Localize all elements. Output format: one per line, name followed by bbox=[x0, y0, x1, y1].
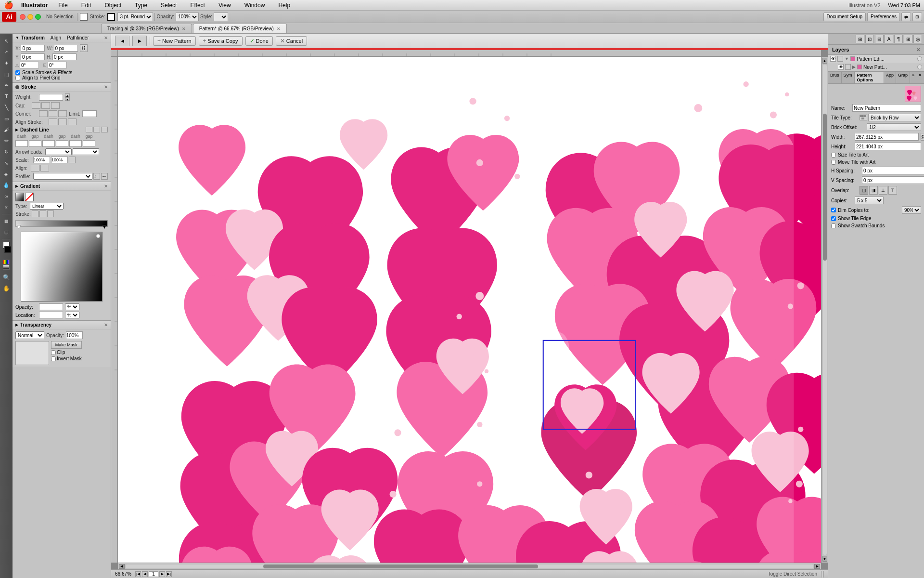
po-show-edge-checkbox[interactable] bbox=[831, 216, 836, 221]
menu-view[interactable]: View bbox=[216, 1, 234, 10]
cap-round[interactable] bbox=[41, 102, 50, 109]
po-name-input[interactable] bbox=[852, 104, 921, 112]
scale-link[interactable] bbox=[69, 157, 76, 163]
menu-object[interactable]: Object bbox=[102, 1, 124, 10]
stroke-grad-2[interactable] bbox=[39, 210, 46, 217]
layer-visibility-1[interactable]: 👁 bbox=[830, 56, 836, 62]
menu-edit[interactable]: Edit bbox=[78, 1, 94, 10]
stroke-color[interactable] bbox=[4, 246, 11, 253]
menu-effect[interactable]: Effect bbox=[187, 1, 207, 10]
traffic-lights[interactable] bbox=[20, 14, 41, 20]
hscroll-thumb[interactable] bbox=[263, 565, 539, 568]
hscroll-track[interactable] bbox=[126, 565, 813, 568]
blend-tool[interactable]: ∞ bbox=[1, 191, 12, 201]
stroke-grad-1[interactable] bbox=[32, 210, 38, 217]
gradient-type[interactable]: LinearRadial bbox=[30, 203, 64, 210]
profile-select[interactable] bbox=[33, 173, 92, 180]
arrowhead-end[interactable] bbox=[73, 148, 99, 155]
prev-page2[interactable]: ◀ bbox=[142, 571, 148, 577]
lasso-tool[interactable]: ⬚ bbox=[1, 69, 12, 79]
make-mask-button[interactable]: Make Mask bbox=[51, 341, 82, 349]
po-dim-checkbox[interactable] bbox=[831, 208, 836, 212]
pattern-nav-left[interactable]: ◀ bbox=[115, 36, 129, 46]
vscroll-track[interactable] bbox=[823, 65, 827, 555]
transform-rotate[interactable] bbox=[20, 62, 39, 68]
po-tab-app[interactable]: App bbox=[884, 72, 896, 83]
zoom-tool[interactable]: 🔍 bbox=[1, 272, 12, 283]
right-icon-5[interactable]: ¶ bbox=[894, 35, 903, 43]
symbol-tool[interactable]: ※ bbox=[1, 202, 12, 212]
align-inside[interactable] bbox=[58, 118, 67, 125]
transform-w[interactable] bbox=[54, 45, 78, 52]
po-expand[interactable]: » bbox=[910, 72, 916, 83]
line-tool[interactable]: ╲ bbox=[1, 102, 12, 113]
next-page[interactable]: ▶ bbox=[159, 571, 165, 577]
arrowhead-scale-end[interactable] bbox=[51, 157, 68, 163]
doc-setup-button[interactable]: Document Setup bbox=[823, 13, 866, 21]
stroke-box[interactable] bbox=[107, 13, 115, 21]
po-vspacing-input[interactable] bbox=[862, 176, 924, 184]
last-page[interactable]: ▶| bbox=[166, 571, 172, 577]
new-pattern-button[interactable]: + New Pattern bbox=[153, 36, 196, 46]
right-icon-2[interactable]: ⊡ bbox=[865, 35, 874, 43]
gradient-stop-left[interactable] bbox=[17, 225, 21, 229]
align-tip[interactable] bbox=[31, 165, 39, 171]
grad-opacity-unit[interactable]: % bbox=[65, 303, 79, 310]
transform-panel-header[interactable]: ▼ Transform Align Pathfinder ✕ bbox=[13, 34, 111, 42]
hscroll-right[interactable]: ▶ bbox=[814, 564, 820, 569]
right-icon-3[interactable]: ⊟ bbox=[875, 35, 884, 43]
transparency-header[interactable]: ▶ Transparency ✕ bbox=[13, 321, 111, 329]
profile-flip-v[interactable]: ↕ bbox=[93, 173, 100, 180]
right-icon-6[interactable]: ⊞ bbox=[904, 35, 912, 43]
align-tab[interactable]: Align bbox=[51, 35, 61, 40]
blend-mode[interactable]: Normal bbox=[15, 331, 44, 339]
pattern-nav-right[interactable]: ▶ bbox=[132, 36, 147, 46]
white-canvas[interactable]: .h-dark { fill: #e0006a; } .h-mid { fill… bbox=[118, 57, 821, 563]
corner-round[interactable] bbox=[49, 110, 57, 117]
canvas-with-rulers[interactable]: .h-dark { fill: #e0006a; } .h-mid { fill… bbox=[111, 50, 828, 569]
po-overlap-4[interactable]: ⊤ bbox=[888, 186, 897, 195]
gradient-handle[interactable] bbox=[96, 234, 100, 238]
menu-type[interactable]: Type bbox=[132, 1, 150, 10]
right-icon-4[interactable]: A bbox=[885, 35, 893, 43]
right-icon-1[interactable]: ⊞ bbox=[856, 35, 864, 43]
prev-page[interactable]: |◀ bbox=[135, 571, 141, 577]
vscroll-down[interactable]: ▼ bbox=[822, 556, 827, 562]
profile-flip-h[interactable]: ↔ bbox=[101, 173, 108, 180]
layer-expand-2[interactable]: ▶ bbox=[852, 65, 856, 69]
invert-mask-checkbox[interactable] bbox=[51, 356, 56, 361]
grad-opacity[interactable] bbox=[39, 303, 63, 310]
layer-target-1[interactable] bbox=[917, 56, 922, 61]
corner-miter[interactable] bbox=[39, 110, 48, 117]
column-graph-tool[interactable]: ▦ bbox=[1, 216, 12, 226]
scale-strokes-checkbox[interactable] bbox=[15, 70, 20, 75]
po-offset-select[interactable]: 1/2 1/3 1/4 bbox=[867, 123, 921, 131]
po-tab-sym[interactable]: Sym bbox=[842, 72, 855, 83]
preferences-button[interactable]: Preferences bbox=[867, 13, 900, 21]
dash3[interactable] bbox=[69, 140, 82, 147]
dash-style-3[interactable] bbox=[101, 127, 108, 132]
align-outside[interactable] bbox=[68, 118, 77, 125]
gradient-stop-right[interactable] bbox=[103, 225, 106, 229]
po-overlap-1[interactable]: ◫ bbox=[860, 186, 868, 195]
paintbrush-tool[interactable]: 🖌 bbox=[1, 124, 12, 135]
vscroll-thumb[interactable] bbox=[823, 114, 827, 261]
hand-tool[interactable]: ✋ bbox=[1, 283, 12, 294]
eyedropper-tool[interactable]: 💧 bbox=[1, 180, 12, 190]
layer-expand-1[interactable]: ▼ bbox=[845, 56, 849, 61]
cap-square[interactable] bbox=[51, 102, 60, 109]
grad-location[interactable] bbox=[39, 312, 63, 318]
menu-help[interactable]: Help bbox=[275, 1, 293, 10]
stroke-weight-select[interactable]: 3 pt. Round bbox=[117, 13, 153, 21]
menu-window[interactable]: Window bbox=[242, 1, 268, 10]
transform-constrain[interactable]: ⛓ bbox=[80, 44, 88, 52]
po-hspacing-input[interactable] bbox=[862, 167, 924, 174]
align-end[interactable] bbox=[40, 165, 49, 171]
gradient-display[interactable] bbox=[21, 232, 103, 302]
transform-shear[interactable] bbox=[48, 62, 67, 68]
align-center[interactable] bbox=[49, 118, 57, 125]
grad-location-unit[interactable]: % bbox=[65, 312, 79, 318]
apple-menu[interactable]: 🍎 bbox=[4, 0, 13, 10]
po-tab-pattern[interactable]: Pattern Options bbox=[855, 72, 884, 83]
status-expand[interactable] bbox=[821, 571, 824, 578]
